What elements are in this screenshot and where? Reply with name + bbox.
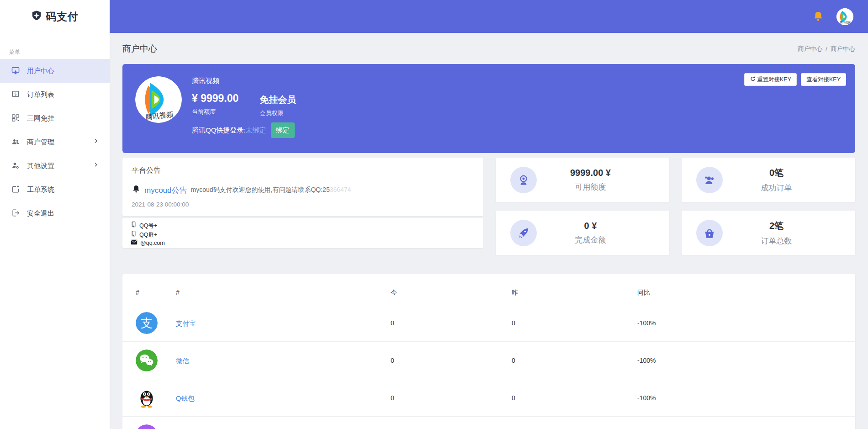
stat-value: 2笔 bbox=[723, 220, 830, 232]
today-value: 0 bbox=[391, 394, 394, 402]
stat-card-successful-orders: 0笔 成功订单 bbox=[682, 158, 855, 202]
banner-quota: ¥ 9999.00 当前额度 bbox=[192, 92, 238, 117]
breadcrumb: 商户中心/商户中心 bbox=[798, 45, 855, 53]
user-plus-icon bbox=[696, 167, 723, 193]
breadcrumb-separator: / bbox=[826, 45, 827, 52]
stat-card-total-orders: 2笔 订单总数 bbox=[682, 211, 855, 255]
qq-penguin-icon bbox=[136, 387, 158, 409]
qr-code-icon bbox=[11, 113, 20, 124]
table-row-partial[interactable] bbox=[122, 417, 855, 429]
sidebar-item-label: 工单系统 bbox=[27, 185, 54, 194]
channel-link[interactable]: 微信 bbox=[176, 357, 189, 365]
announcement-title: 平台公告 bbox=[132, 166, 474, 175]
ratio-value: -100% bbox=[637, 319, 656, 327]
banner-member: 免挂会员 会员权限 bbox=[259, 92, 296, 117]
channels-table: # # 今 昨 同比 支 支付宝 0 0 -100% 微信 0 0 -100% … bbox=[122, 274, 855, 429]
yesterday-value: 0 bbox=[512, 357, 515, 364]
svg-text:腾讯视频: 腾讯视频 bbox=[840, 21, 851, 24]
contact-card: QQ号+ QQ群+ @qq.com bbox=[122, 218, 483, 248]
sidebar-item-merchant-management[interactable]: 商户管理 bbox=[0, 130, 110, 154]
bind-button[interactable]: 绑定 bbox=[271, 122, 295, 138]
chevron-right-icon bbox=[93, 161, 99, 169]
announcement-bell-icon bbox=[132, 185, 141, 196]
contact-email[interactable]: @qq.com bbox=[131, 239, 475, 247]
sidebar-item-other-settings[interactable]: 其他设置 bbox=[0, 154, 110, 178]
table-row-wechat[interactable]: 微信 0 0 -100% bbox=[122, 342, 855, 379]
sidebar-item-ticket-system[interactable]: 工单系统 bbox=[0, 178, 110, 201]
channel-link[interactable]: Q钱包 bbox=[176, 394, 194, 403]
svg-text:$: $ bbox=[14, 91, 16, 96]
users-icon bbox=[11, 137, 20, 148]
order-doc-icon: $ bbox=[11, 90, 20, 100]
table-header: # bbox=[136, 289, 139, 296]
sidebar-item-logout[interactable]: 安全退出 bbox=[0, 201, 110, 225]
sidebar-item-label: 其他设置 bbox=[27, 162, 54, 170]
contact-qq-group[interactable]: QQ群+ bbox=[131, 230, 475, 239]
ratio-value: -100% bbox=[637, 357, 656, 364]
merchant-banner: 腾讯视频 腾讯视频 ¥ 9999.00 当前额度 免挂会员 会员权限 腾讯QQ快… bbox=[122, 64, 855, 153]
announcement-text: mycoud码支付欢迎您的使用,有问题请联系QQ:25366474 bbox=[191, 186, 351, 194]
stat-label: 完成金额 bbox=[537, 235, 644, 245]
sidebar-item-three-network[interactable]: 三网免挂 bbox=[0, 106, 110, 130]
phone-icon bbox=[131, 230, 137, 239]
today-value: 0 bbox=[391, 357, 394, 364]
qq-login-status[interactable]: 未绑定 bbox=[246, 126, 266, 135]
qq-login-label: 腾讯QQ快捷登录: bbox=[192, 126, 246, 135]
reset-key-button[interactable]: 重置对接KEY bbox=[744, 73, 797, 86]
sidebar-item-label: 安全退出 bbox=[27, 209, 54, 218]
table-header-row: # # 今 昨 同比 bbox=[122, 274, 855, 304]
sidebar-item-label: 三网免挂 bbox=[27, 114, 54, 123]
logout-icon bbox=[11, 208, 20, 219]
topbar: 腾讯视频 bbox=[110, 0, 868, 33]
yesterday-value: 0 bbox=[512, 394, 515, 402]
sidebar-item-user-center[interactable]: 用户中心 bbox=[0, 59, 110, 83]
yesterday-value: 0 bbox=[512, 319, 515, 327]
sidebar-item-order-list[interactable]: $ 订单列表 bbox=[0, 83, 110, 106]
sidebar-item-label: 用户中心 bbox=[27, 67, 54, 75]
stat-value: 0 ¥ bbox=[537, 221, 644, 231]
stat-label: 成功订单 bbox=[723, 183, 830, 193]
table-header: 今 bbox=[391, 289, 397, 297]
announcement-card: 平台公告 mycoud公告 mycoud码支付欢迎您的使用,有问题请联系QQ:2… bbox=[122, 158, 483, 216]
user-gear-icon bbox=[11, 161, 20, 171]
announcement-timestamp: 2021-08-23 00:00:00 bbox=[132, 201, 474, 208]
table-header: 昨 bbox=[512, 289, 518, 297]
page-title: 商户中心 bbox=[122, 43, 157, 55]
quota-value: ¥ 9999.00 bbox=[192, 92, 238, 104]
shield-star-icon bbox=[31, 10, 42, 23]
today-value: 0 bbox=[391, 319, 394, 327]
table-row-alipay[interactable]: 支 支付宝 0 0 -100% bbox=[122, 304, 855, 342]
stat-label: 可用额度 bbox=[537, 182, 644, 192]
menu-section-label: 菜单 bbox=[9, 48, 110, 56]
basket-icon bbox=[696, 220, 723, 246]
member-label: 会员权限 bbox=[259, 109, 296, 117]
notifications-bell-icon[interactable] bbox=[812, 11, 824, 22]
ratio-value: -100% bbox=[637, 394, 656, 402]
refresh-icon bbox=[750, 76, 756, 83]
view-key-button[interactable]: 查看对接KEY bbox=[801, 73, 846, 86]
table-row-qwallet[interactable]: Q钱包 0 0 -100% bbox=[122, 379, 855, 417]
sidebar-item-label: 订单列表 bbox=[27, 90, 54, 99]
quota-label: 当前额度 bbox=[192, 108, 238, 116]
svg-text:支: 支 bbox=[141, 316, 153, 330]
user-avatar[interactable]: 腾讯视频 bbox=[836, 8, 853, 25]
sidebar-item-label: 商户管理 bbox=[27, 138, 54, 147]
webcam-icon bbox=[510, 167, 537, 193]
tenpay-icon bbox=[136, 424, 158, 429]
contact-qq-number[interactable]: QQ号+ bbox=[131, 221, 475, 230]
member-value: 免挂会员 bbox=[259, 92, 296, 106]
phone-icon bbox=[131, 221, 137, 230]
stat-value: 9999.00 ¥ bbox=[537, 168, 644, 178]
breadcrumb-item[interactable]: 商户中心 bbox=[831, 45, 855, 52]
stat-label: 订单总数 bbox=[723, 236, 830, 246]
breadcrumb-item[interactable]: 商户中心 bbox=[798, 45, 822, 52]
announcement-link[interactable]: mycoud公告 bbox=[144, 185, 187, 196]
banner-app-name: 腾讯视频 bbox=[192, 77, 219, 85]
table-header: 同比 bbox=[637, 289, 650, 297]
sidebar: 码支付 菜单 用户中心 $ 订单列表 三网免挂 商户管理 其他设置 工单系统 安… bbox=[0, 0, 110, 429]
channel-link[interactable]: 支付宝 bbox=[176, 319, 196, 328]
table-header: # bbox=[176, 289, 180, 296]
chevron-right-icon bbox=[93, 138, 99, 145]
rocket-icon bbox=[510, 220, 537, 246]
monitor-icon bbox=[11, 66, 20, 76]
